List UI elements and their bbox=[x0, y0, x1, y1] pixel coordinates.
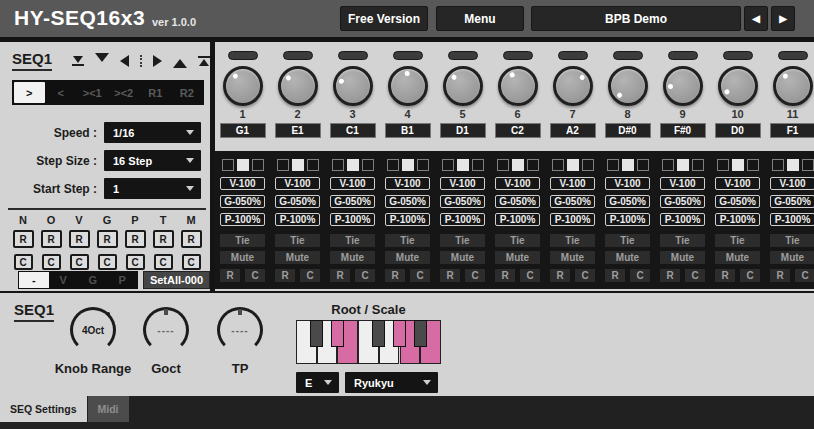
octave-square[interactable] bbox=[292, 159, 304, 171]
step-pitch-knob[interactable] bbox=[553, 66, 593, 106]
probability-box[interactable]: P-100% bbox=[715, 213, 760, 226]
velocity-box[interactable]: V-100 bbox=[440, 177, 485, 190]
step-note-button[interactable]: D1 bbox=[440, 123, 486, 138]
octave-square[interactable] bbox=[552, 159, 564, 171]
lane-target-option[interactable]: G bbox=[78, 272, 108, 288]
step-clear-button[interactable]: C bbox=[465, 269, 485, 282]
octave-selector[interactable] bbox=[222, 159, 264, 171]
tie-button[interactable]: Tie bbox=[220, 234, 265, 247]
step-randomize-button[interactable]: R bbox=[715, 269, 735, 282]
tie-button[interactable]: Tie bbox=[330, 234, 375, 247]
octave-square[interactable] bbox=[222, 159, 234, 171]
step-pitch-knob[interactable] bbox=[223, 66, 263, 106]
octave-square[interactable] bbox=[387, 159, 399, 171]
step-clear-button[interactable]: C bbox=[520, 269, 540, 282]
octave-square[interactable] bbox=[717, 159, 729, 171]
octave-square[interactable] bbox=[692, 159, 704, 171]
gate-box[interactable]: G-050% bbox=[495, 195, 540, 208]
step-pitch-knob[interactable] bbox=[663, 66, 703, 106]
lane-clear-button[interactable]: C bbox=[42, 254, 61, 270]
lane-clear-button[interactable]: C bbox=[14, 254, 33, 270]
lane-target-option[interactable]: V bbox=[49, 272, 79, 288]
octave-square[interactable] bbox=[457, 159, 469, 171]
octave-square[interactable] bbox=[787, 159, 799, 171]
octave-square[interactable] bbox=[662, 159, 674, 171]
octave-square[interactable] bbox=[402, 159, 414, 171]
scale-keyboard[interactable] bbox=[296, 320, 441, 364]
gate-box[interactable]: G-050% bbox=[660, 195, 705, 208]
velocity-box[interactable]: V-100 bbox=[550, 177, 595, 190]
mute-button[interactable]: Mute bbox=[330, 251, 375, 264]
free-version-button[interactable]: Free Version bbox=[340, 6, 428, 31]
step-note-button[interactable]: D0 bbox=[715, 123, 761, 138]
lane-clear-button[interactable]: C bbox=[70, 254, 89, 270]
step-pitch-knob[interactable] bbox=[443, 66, 483, 106]
start-step-dropdown[interactable]: 1 bbox=[104, 178, 201, 199]
bottom-tab[interactable]: Midi bbox=[88, 396, 129, 422]
octave-selector[interactable] bbox=[607, 159, 649, 171]
mute-button[interactable]: Mute bbox=[440, 251, 485, 264]
step-randomize-button[interactable]: R bbox=[660, 269, 680, 282]
lane-randomize-button[interactable]: R bbox=[13, 230, 34, 248]
step-clear-button[interactable]: C bbox=[795, 269, 814, 282]
step-note-button[interactable]: F1 bbox=[770, 123, 814, 138]
tie-button[interactable]: Tie bbox=[605, 234, 650, 247]
direction-mode-button[interactable]: R2 bbox=[172, 82, 203, 103]
octave-square[interactable] bbox=[252, 159, 264, 171]
velocity-box[interactable]: V-100 bbox=[715, 177, 760, 190]
step-randomize-button[interactable]: R bbox=[275, 269, 295, 282]
step-clear-button[interactable]: C bbox=[630, 269, 650, 282]
step-note-button[interactable]: C2 bbox=[495, 123, 541, 138]
black-key-F#[interactable] bbox=[372, 320, 385, 347]
lane-clear-button[interactable]: C bbox=[154, 254, 173, 270]
gate-box[interactable]: G-050% bbox=[220, 195, 265, 208]
step-clear-button[interactable]: C bbox=[300, 269, 320, 282]
octave-square[interactable] bbox=[277, 159, 289, 171]
step-pitch-knob[interactable] bbox=[773, 66, 813, 106]
lane-clear-button[interactable]: C bbox=[98, 254, 117, 270]
gate-box[interactable]: G-050% bbox=[770, 195, 814, 208]
step-clear-button[interactable]: C bbox=[575, 269, 595, 282]
tie-button[interactable]: Tie bbox=[715, 234, 760, 247]
black-key-D#[interactable] bbox=[331, 320, 344, 347]
step-randomize-button[interactable]: R bbox=[550, 269, 570, 282]
step-clear-button[interactable]: C bbox=[245, 269, 265, 282]
octave-square[interactable] bbox=[347, 159, 359, 171]
goct-ring[interactable]: ---- bbox=[143, 307, 189, 353]
scale-dropdown[interactable]: Ryukyu bbox=[345, 372, 438, 393]
tp-ring[interactable]: ---- bbox=[217, 307, 263, 353]
bottom-tab[interactable]: SEQ Settings bbox=[0, 396, 87, 422]
mute-button[interactable]: Mute bbox=[660, 251, 705, 264]
octave-selector[interactable] bbox=[277, 159, 319, 171]
lane-clear-button[interactable]: C bbox=[126, 254, 145, 270]
shift-left-icon[interactable] bbox=[120, 55, 129, 67]
step-note-button[interactable]: D#0 bbox=[605, 123, 651, 138]
tp-knob[interactable]: ---- TP bbox=[195, 307, 285, 376]
velocity-box[interactable]: V-100 bbox=[660, 177, 705, 190]
step-pitch-knob[interactable] bbox=[718, 66, 758, 106]
step-pitch-knob[interactable] bbox=[278, 66, 318, 106]
octave-square[interactable] bbox=[237, 159, 249, 171]
octave-square[interactable] bbox=[362, 159, 374, 171]
octave-selector[interactable] bbox=[442, 159, 484, 171]
probability-box[interactable]: P-100% bbox=[220, 213, 265, 226]
probability-box[interactable]: P-100% bbox=[660, 213, 705, 226]
velocity-box[interactable]: V-100 bbox=[275, 177, 320, 190]
tie-button[interactable]: Tie bbox=[550, 234, 595, 247]
direction-mode-button[interactable]: ><1 bbox=[77, 82, 108, 103]
shift-to-top-icon[interactable] bbox=[198, 56, 210, 66]
octave-square[interactable] bbox=[772, 159, 784, 171]
step-clear-button[interactable]: C bbox=[410, 269, 430, 282]
mute-button[interactable]: Mute bbox=[275, 251, 320, 264]
step-pitch-knob[interactable] bbox=[333, 66, 373, 106]
probability-box[interactable]: P-100% bbox=[330, 213, 375, 226]
octave-square[interactable] bbox=[527, 159, 539, 171]
octave-square[interactable] bbox=[607, 159, 619, 171]
mute-button[interactable]: Mute bbox=[550, 251, 595, 264]
velocity-box[interactable]: V-100 bbox=[220, 177, 265, 190]
probability-box[interactable]: P-100% bbox=[605, 213, 650, 226]
step-randomize-button[interactable]: R bbox=[495, 269, 515, 282]
gate-box[interactable]: G-050% bbox=[330, 195, 375, 208]
octave-square[interactable] bbox=[442, 159, 454, 171]
lane-randomize-button[interactable]: R bbox=[69, 230, 90, 248]
